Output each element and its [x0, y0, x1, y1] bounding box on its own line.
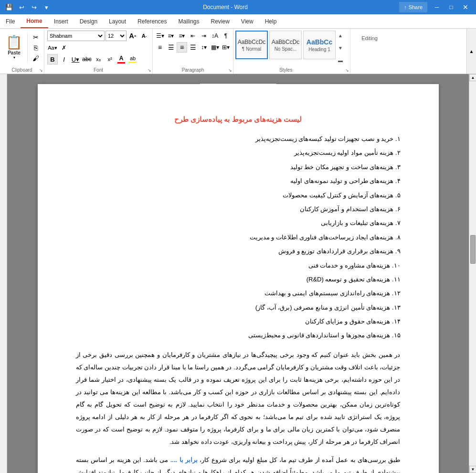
font-shrink-button[interactable]: A-	[139, 31, 149, 41]
copy-icon: ⎘	[34, 44, 38, 52]
styles-expand-button[interactable]: ▬	[337, 55, 344, 65]
save-quick-btn[interactable]: 💾	[4, 2, 14, 12]
line-spacing-button[interactable]: ↕▾	[199, 42, 209, 53]
change-case-button[interactable]: Aa▾	[47, 43, 58, 53]
clipboard-group: 📋 Paste ▾ ✂ ⎘ 🖌 Clipboard ↘	[0, 29, 44, 74]
paragraph-1: در همین بخش باید عنوان کنیم که وجود برخی…	[76, 349, 401, 448]
style-nospace-preview: AaBbCcDc	[272, 39, 300, 45]
font-name-row: Shabnam 12 A+ A-	[47, 31, 149, 41]
ribbon-tabs: File Home Insert Design Layout Reference…	[0, 14, 476, 29]
bullets-button[interactable]: ☰▾	[155, 31, 165, 41]
style-normal-preview: AaBbCcDc	[238, 39, 266, 45]
document-list: ۱. خرید و نصب تجهیزات تولید کیسه‌های زیس…	[76, 133, 401, 341]
para-align-row: ≡ ☰ ≡ ☰ ↕▾ ▦▾ ⊞▾	[155, 42, 231, 53]
multilevel-button[interactable]: ≡▾	[177, 31, 187, 41]
copy-button[interactable]: ⎘	[31, 43, 41, 53]
left-ruler	[0, 74, 7, 473]
ribbon-collapse-button[interactable]: ▲	[466, 29, 476, 74]
strikethrough-button[interactable]: abc	[82, 54, 92, 64]
borders-button[interactable]: ⊞▾	[221, 42, 231, 53]
list-item: ۹. هزینه‌های برقراری قراردادهای توزیع و …	[76, 246, 401, 257]
clipboard-expand-icon[interactable]: ↘	[39, 68, 43, 73]
redo-quick-btn[interactable]: ↪	[29, 2, 39, 12]
customize-quick-btn[interactable]: ▾	[41, 2, 52, 12]
list-item: ۸. هزینه‌های ایجاد زیرساخت‌های فناوری اط…	[76, 232, 401, 243]
style-heading1[interactable]: AaBbCc Heading 1	[303, 31, 336, 59]
format-painter-button[interactable]: 🖌	[31, 54, 41, 63]
format-painter-icon: 🖌	[32, 54, 39, 62]
sort-button[interactable]: ↕A	[210, 31, 220, 41]
clear-format-button[interactable]: ✗	[59, 43, 69, 53]
title-bar: 💾 ↩ ↪ ▾ Document - Word ↑ Share ─ □ ✕	[0, 0, 476, 14]
minimize-button[interactable]: ─	[430, 2, 444, 12]
ruler	[200, 84, 276, 84]
font-grow-button[interactable]: A+	[127, 31, 138, 41]
tab-design[interactable]: Design	[74, 14, 103, 28]
scroll-down-button[interactable]: ▼	[469, 466, 476, 473]
text-color-button[interactable]: A	[116, 54, 127, 64]
font-size-select[interactable]: 12	[106, 31, 127, 41]
tab-review[interactable]: Review	[205, 14, 235, 28]
font-name-select[interactable]: Shabnam	[47, 31, 105, 41]
text-color-underline	[117, 62, 125, 64]
scroll-thumb[interactable]	[470, 235, 476, 264]
paragraph-2: طبق بررسی‌های به عمل آمده از طرف تیم ما،…	[76, 454, 401, 473]
list-item: ۱. خرید و نصب تجهیزات تولید کیسه‌های زیس…	[76, 133, 401, 144]
style-h1-preview: AaBbCc	[307, 38, 332, 46]
list-item: ۱۳. هزینه‌های تأمین انرژی و منابع مصرفی …	[76, 302, 401, 313]
subscript-button[interactable]: x₂	[93, 54, 104, 64]
italic-button[interactable]: I	[59, 54, 69, 64]
document-page[interactable]: لیست هزینه‌های مربوط به پیاده‌سازی طرح ۱…	[38, 84, 439, 473]
para2-pre: طبق بررسی‌های به عمل آمده از طرف تیم ما،…	[200, 456, 400, 463]
style-h1-label: Heading 1	[308, 47, 330, 52]
style-no-spacing[interactable]: AaBbCcDc No Spac...	[269, 31, 302, 59]
scroll-track[interactable]	[469, 81, 476, 466]
align-right-button[interactable]: ≡	[177, 42, 187, 53]
tab-layout[interactable]: Layout	[103, 14, 132, 28]
tab-help[interactable]: Help	[259, 14, 283, 28]
highlight-color-button[interactable]: ab	[127, 54, 138, 64]
editing-group: Editing	[350, 29, 389, 74]
tab-file[interactable]: File	[0, 14, 21, 28]
share-button[interactable]: ↑ Share	[399, 2, 427, 12]
shading-button[interactable]: ▦▾	[210, 42, 220, 53]
list-item: ۷. هزینه‌های تبلیغات و بازاریابی	[76, 217, 401, 228]
align-center-button[interactable]: ☰	[166, 42, 176, 53]
list-item: ۲. هزینه تأمین مواد اولیه زیست‌تجزیه‌پذی…	[76, 147, 401, 158]
tab-home[interactable]: Home	[21, 14, 48, 28]
paragraph-expand-icon[interactable]: ↘	[228, 68, 232, 73]
document-area: لیست هزینه‌های مربوط به پیاده‌سازی طرح ۱…	[7, 74, 469, 473]
font-expand-icon[interactable]: ↘	[148, 68, 151, 73]
increase-indent-button[interactable]: ⇥	[199, 31, 209, 41]
maximize-button[interactable]: □	[444, 2, 458, 12]
list-item: ۱۱. هزینه‌های تحقیق و توسعه (R&D)	[76, 274, 401, 285]
tab-mailings[interactable]: Mailings	[172, 14, 205, 28]
styles-expand-icon[interactable]: ↘	[345, 68, 349, 73]
cut-button[interactable]: ✂	[31, 32, 41, 42]
styles-scroll-up[interactable]: ▲	[337, 31, 344, 40]
close-button[interactable]: ✕	[459, 2, 472, 12]
undo-quick-btn[interactable]: ↩	[16, 2, 27, 12]
bold-button[interactable]: B	[47, 54, 58, 64]
tab-references[interactable]: References	[132, 14, 172, 28]
justify-button[interactable]: ☰	[188, 42, 198, 53]
numbering-button[interactable]: ≡▾	[166, 31, 176, 41]
paste-button[interactable]: 📋 Paste ▾	[3, 32, 28, 63]
styles-scroll-down[interactable]: ▼	[337, 43, 344, 53]
decrease-indent-button[interactable]: ⇤	[188, 31, 198, 41]
text-color-icon: A	[119, 55, 124, 62]
list-item: ۴. هزینه‌های طراحی و تولید نمونه‌های اول…	[76, 175, 401, 186]
superscript-button[interactable]: x²	[105, 54, 115, 64]
styles-scroll-controls: ▲ ▼ ▬	[337, 31, 344, 65]
underline-button[interactable]: U▾	[70, 54, 81, 64]
align-left-button[interactable]: ≡	[155, 42, 165, 53]
show-marks-button[interactable]: ¶	[221, 31, 231, 41]
style-normal[interactable]: AaBbCcDc ¶ Normal	[235, 31, 268, 59]
paste-dropdown-icon: ▾	[13, 55, 15, 60]
highlight-color-underline	[129, 62, 137, 63]
vertical-scrollbar[interactable]: ▲ ▼	[469, 74, 476, 473]
scroll-up-button[interactable]: ▲	[469, 74, 476, 81]
tab-insert[interactable]: Insert	[48, 14, 74, 28]
tab-view[interactable]: View	[235, 14, 259, 28]
style-nospace-label: No Spac...	[275, 46, 297, 52]
